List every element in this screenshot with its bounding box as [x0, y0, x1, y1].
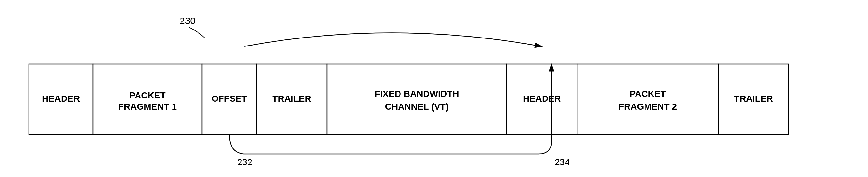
label-trailer2: TRAILER: [734, 94, 773, 104]
label-packet-fragment-1: PACKET: [129, 90, 165, 100]
block-packet-fragment-2: [577, 64, 718, 135]
label-234: 234: [555, 157, 570, 167]
label-header1: HEADER: [42, 94, 80, 104]
label-fixed-bandwidth1: FIXED BANDWIDTH: [375, 89, 459, 99]
reference-230: 230: [180, 16, 195, 26]
label-232: 232: [237, 157, 252, 167]
top-curved-arrow: [244, 33, 542, 47]
block-fixed-bandwidth: [327, 64, 507, 135]
label-packet-fragment-2a: PACKET: [629, 89, 666, 99]
label-header2: HEADER: [523, 94, 561, 104]
label-packet-fragment-1b: FRAGMENT 1: [118, 101, 177, 112]
label-trailer1: TRAILER: [272, 94, 311, 104]
label-fixed-bandwidth2: CHANNEL (VT): [385, 101, 449, 112]
label-offset: OFFSET: [212, 94, 247, 104]
label-packet-fragment-2b: FRAGMENT 2: [619, 101, 677, 112]
diagram-container: 230 HEADER PACKET FRAGMENT 1 OFFSET TRAI…: [0, 0, 868, 177]
ref-230-tick: [189, 27, 205, 38]
